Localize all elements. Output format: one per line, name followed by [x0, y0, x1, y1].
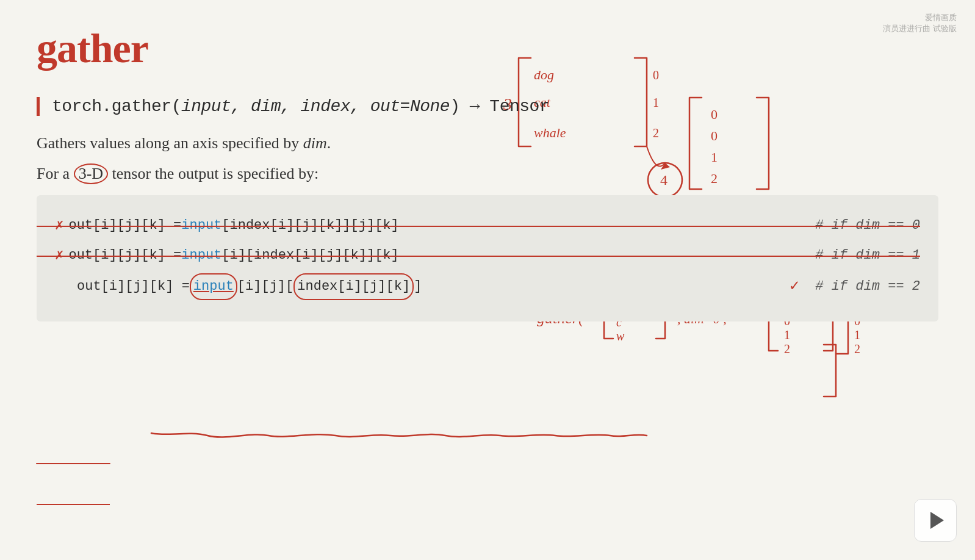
signature-prefix: torch.gather( [52, 97, 181, 116]
for-3d-line: For a 3-D tensor the output is specified… [37, 163, 938, 184]
code-line-3-keyword: input [190, 273, 237, 300]
code-block: ✗ out[i][j][k] = input[index[i][j][k]][j… [37, 195, 938, 321]
code-signature: torch.gather(input, dim, index, out=None… [52, 97, 938, 116]
code-line-1-middle: [index[i][j][k]][j][k] [221, 214, 398, 238]
code-line-1: ✗ out[i][j][k] = input[index[i][j][k]][j… [55, 212, 920, 239]
play-icon [930, 512, 944, 529]
play-button[interactable] [914, 499, 957, 542]
svg-text:1: 1 [784, 328, 790, 342]
code-line-1-start: out[i][j][k] = [68, 214, 181, 238]
code-line-1-keyword: input [181, 214, 221, 238]
code-line-3-start: out[i][j][k] = [77, 275, 190, 299]
x-mark-1: ✗ [55, 212, 63, 239]
content-area: gather torch.gather(input, dim, index, o… [37, 24, 938, 321]
code-line-1-comment: # if dim == 0 [799, 214, 920, 238]
code-line-3-middle-1: [i][j][ [237, 275, 293, 299]
code-line-3-index: index[i][j][k] [293, 273, 414, 300]
code-line-2: ✗ out[i][j][k] = input[i][index[i][j][k]… [55, 242, 920, 268]
circled-3d: 3-D [74, 163, 108, 184]
code-line-3-middle-2: ] [414, 275, 422, 299]
page-title: gather [37, 24, 938, 73]
x-mark-2: ✗ [55, 242, 63, 268]
code-line-3-comment: # if dim == 2 [799, 275, 920, 299]
code-line-3: out[i][j][k] = input[i][j][index[i][j][k… [77, 272, 920, 301]
description-text: Gathers values along an axis specified b… [37, 134, 938, 153]
code-line-2-comment: # if dim == 1 [799, 243, 920, 268]
checkmark: ✓ [790, 272, 799, 301]
page-container: 爱情画质 演员进进行曲 试验版 gather torch.gather(inpu… [0, 0, 975, 560]
code-line-2-middle: [i][index[i][j][k]][k] [221, 243, 398, 268]
signature-suffix: ) → Tensor [450, 97, 549, 116]
svg-text:1: 1 [854, 328, 860, 342]
svg-text:w: w [616, 329, 625, 343]
svg-text:2: 2 [784, 342, 790, 356]
code-line-2-start: out[i][j][k] = [68, 243, 181, 268]
signature-block: torch.gather(input, dim, index, out=None… [37, 97, 938, 116]
bottom-decoration-line [37, 504, 110, 505]
code-line-2-keyword: input [181, 243, 221, 268]
signature-params: input, dim, index, out=None [181, 97, 450, 116]
svg-text:2: 2 [854, 342, 860, 356]
